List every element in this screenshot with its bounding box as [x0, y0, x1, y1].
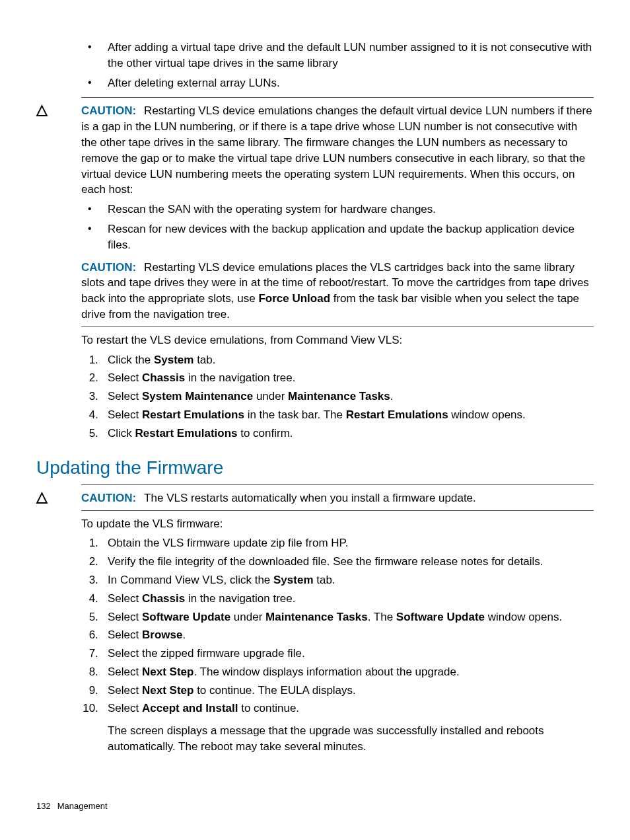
- restart-intro: To restart the VLS device emulations, fr…: [81, 332, 594, 348]
- list-item: Select Browse.: [108, 627, 594, 643]
- list-item: Select Chassis in the navigation tree.: [108, 370, 594, 386]
- maintenance-tasks-term: Maintenance Tasks: [288, 390, 390, 402]
- step-text: Select: [108, 611, 142, 623]
- step-text: Select: [108, 592, 142, 605]
- list-item: Select the zipped firmware upgrade file.: [108, 646, 594, 662]
- list-item: Click the System tab.: [108, 352, 594, 368]
- system-maintenance-term: System Maintenance: [142, 390, 253, 402]
- list-item: Select Software Update under Maintenance…: [108, 609, 594, 625]
- accept-install-term: Accept and Install: [142, 702, 238, 714]
- step-text: Click: [108, 427, 135, 439]
- list-item: Select System Maintenance under Maintena…: [108, 389, 594, 404]
- list-item: Obtain the VLS firmware update zip file …: [108, 535, 594, 551]
- step-text: tab.: [314, 574, 335, 586]
- step-text: window opens.: [485, 611, 562, 623]
- list-item: Select Next Step to continue. The EULA d…: [108, 683, 594, 699]
- caution-block-lun: △ CAUTION:Restarting VLS device emulatio…: [81, 97, 594, 326]
- step-followup-text: The screen displays a message that the u…: [108, 723, 594, 755]
- list-item: After adding a virtual tape drive and th…: [108, 40, 594, 71]
- step-text: . The window displays information about …: [193, 666, 459, 678]
- body-content: After adding a virtual tape drive and th…: [81, 40, 594, 755]
- step-text: Select: [108, 702, 142, 714]
- caution-text: CAUTION:Restarting VLS device emulations…: [81, 260, 594, 323]
- page-footer: 132Management: [36, 800, 108, 812]
- browse-term: Browse: [142, 629, 182, 641]
- caution-block-firmware: △ CAUTION:The VLS restarts automatically…: [81, 484, 594, 511]
- step-text: window opens.: [448, 408, 526, 421]
- list-item: Select Chassis in the navigation tree.: [108, 591, 594, 607]
- caution-body: The VLS restarts automatically when you …: [144, 492, 476, 504]
- step-text: Select: [108, 684, 142, 697]
- step-text: Select: [108, 408, 142, 421]
- updating-firmware-heading: Updating the Firmware: [36, 455, 594, 480]
- list-item: Click Restart Emulations to confirm.: [108, 426, 594, 441]
- caution-label: CAUTION:: [81, 492, 136, 504]
- step-text: in the navigation tree.: [185, 371, 295, 384]
- warning-triangle-icon: △: [36, 100, 48, 120]
- step-text: in the task bar. The: [244, 408, 346, 421]
- restart-emulations-term: Restart Emulations: [142, 408, 244, 421]
- step-text: to confirm.: [238, 427, 293, 439]
- list-item: Select Restart Emulations in the task ba…: [108, 407, 594, 423]
- restart-emulations-term: Restart Emulations: [346, 408, 448, 421]
- step-text: .: [182, 629, 186, 641]
- list-item: Verify the file integrity of the downloa…: [108, 554, 594, 570]
- step-text: under: [253, 390, 288, 402]
- step-text: In Command View VLS, click the: [108, 574, 273, 586]
- next-step-term: Next Step: [142, 684, 193, 697]
- restart-emulations-term: Restart Emulations: [135, 427, 238, 439]
- step-text: Select: [108, 629, 142, 641]
- list-item: After deleting external array LUNs.: [108, 75, 594, 91]
- caution-text: CAUTION:Restarting VLS device emulations…: [81, 103, 594, 198]
- software-update-term: Software Update: [396, 611, 485, 623]
- step-text: under: [230, 611, 265, 623]
- caution-text: CAUTION:The VLS restarts automatically w…: [81, 490, 594, 506]
- force-unload-term: Force Unload: [258, 292, 330, 305]
- update-intro: To update the VLS firmware:: [81, 516, 594, 532]
- caution-body: Restarting VLS device emulations changes…: [81, 104, 592, 196]
- list-item: In Command View VLS, click the System ta…: [108, 572, 594, 588]
- page-number: 132: [36, 801, 51, 811]
- chassis-term: Chassis: [142, 592, 185, 605]
- step-text: . The: [368, 611, 396, 623]
- page-container: After adding a virtual tape drive and th…: [0, 0, 630, 840]
- step-text: Select: [108, 666, 142, 678]
- list-item: Rescan for new devices with the backup a…: [108, 221, 594, 253]
- warning-triangle-icon: △: [36, 487, 48, 508]
- system-tab-term: System: [273, 574, 313, 586]
- divider: [81, 510, 594, 511]
- step-text: .: [390, 390, 394, 402]
- footer-section: Management: [57, 801, 108, 811]
- step-text: Select: [108, 390, 142, 402]
- caution-label: CAUTION:: [81, 261, 136, 274]
- maintenance-tasks-term: Maintenance Tasks: [265, 611, 368, 623]
- system-tab-term: System: [154, 354, 193, 366]
- intro-bullet-list: After adding a virtual tape drive and th…: [81, 40, 594, 91]
- restart-steps-list: Click the System tab. Select Chassis in …: [81, 352, 594, 441]
- update-steps-list: Obtain the VLS firmware update zip file …: [81, 535, 594, 755]
- list-item: Rescan the SAN with the operating system…: [108, 202, 594, 217]
- divider: [81, 484, 594, 485]
- divider: [81, 97, 594, 98]
- list-item: Select Next Step. The window displays in…: [108, 664, 594, 680]
- step-text: to continue. The EULA displays.: [193, 684, 355, 697]
- divider: [81, 326, 594, 327]
- step-text: Click the: [108, 354, 154, 366]
- step-text: to continue.: [238, 702, 299, 714]
- next-step-term: Next Step: [142, 666, 193, 678]
- step-text: tab.: [193, 354, 215, 366]
- caution-bullet-list: Rescan the SAN with the operating system…: [81, 202, 594, 252]
- software-update-term: Software Update: [142, 611, 230, 623]
- step-text: Select: [108, 371, 142, 384]
- list-item: Select Accept and Install to continue. T…: [108, 701, 594, 754]
- chassis-term: Chassis: [142, 371, 185, 384]
- step-text: in the navigation tree.: [185, 592, 295, 605]
- caution-label: CAUTION:: [81, 104, 136, 117]
